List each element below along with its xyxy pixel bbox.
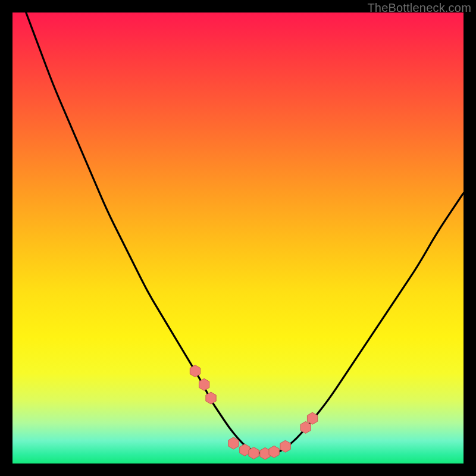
curve-layer	[26, 12, 464, 454]
data-marker	[280, 440, 290, 452]
chart-frame: TheBottleneck.com	[0, 0, 476, 476]
data-marker	[307, 412, 317, 424]
data-marker	[206, 392, 216, 404]
data-marker	[249, 447, 259, 459]
data-marker	[269, 446, 279, 458]
data-marker	[190, 365, 200, 377]
plot-area	[12, 12, 464, 464]
watermark-text: TheBottleneck.com	[367, 1, 471, 15]
bottleneck-curve	[26, 12, 464, 454]
marker-layer	[190, 365, 317, 460]
data-marker	[199, 378, 209, 390]
data-marker	[300, 421, 311, 433]
chart-svg	[12, 12, 464, 464]
data-marker	[228, 437, 239, 449]
